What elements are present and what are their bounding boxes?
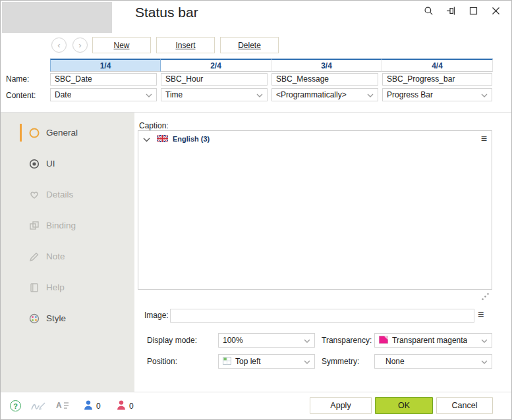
sidebar-item-binding: Binding — [1, 210, 134, 241]
language-row[interactable]: English (3) ≡ — [138, 131, 492, 146]
content-row: Date Time <Programmatically> Progress Ba… — [50, 88, 493, 101]
name-input-1[interactable] — [50, 73, 157, 86]
chevron-left-icon: ‹ — [57, 40, 60, 50]
status-bar-dialog: Status bar ‹ › New Insert Delete 1/4 2/4… — [0, 0, 512, 420]
pin-icon[interactable] — [446, 6, 456, 16]
sidebar-item-help: Help — [1, 272, 134, 303]
name-row — [50, 72, 493, 86]
eye-icon — [28, 158, 40, 170]
sidebar-item-note: Note — [1, 241, 134, 272]
tab-3-of-4[interactable]: 3/4 — [271, 59, 382, 72]
name-input-4[interactable] — [382, 73, 492, 86]
cancel-button[interactable]: Cancel — [436, 397, 493, 414]
user-counter-blue: 0 — [84, 400, 101, 412]
sidebar: General UI Details Binding Note Help — [1, 113, 134, 392]
expander-chevron-icon[interactable] — [143, 133, 150, 145]
image-input[interactable] — [170, 309, 474, 323]
user-count: 0 — [129, 402, 134, 411]
transparency-dropdown[interactable]: Transparent magenta — [374, 333, 492, 348]
close-icon[interactable] — [491, 6, 501, 16]
sidebar-item-details: Details — [1, 179, 134, 210]
chevron-down-icon — [481, 357, 488, 366]
chevron-down-icon — [304, 336, 310, 345]
pencil-icon — [28, 251, 40, 263]
selected-accent-bar — [20, 124, 22, 142]
position-label: Position: — [147, 357, 177, 366]
chevron-down-icon — [481, 90, 488, 99]
user-counter-red: 0 — [117, 400, 134, 412]
magenta-swatch-icon — [379, 336, 388, 346]
user-red-icon — [117, 400, 126, 412]
position-dropdown[interactable]: Top left — [218, 354, 315, 369]
search-icon[interactable] — [424, 6, 434, 16]
image-menu-hamburger-icon[interactable]: ≡ — [478, 309, 484, 320]
column-tabs: 1/4 2/4 3/4 4/4 — [50, 59, 493, 72]
new-button[interactable]: New — [92, 37, 151, 53]
chevron-down-icon — [367, 90, 374, 99]
chevron-down-icon — [146, 90, 152, 99]
hamburger-icon[interactable]: ≡ — [481, 134, 487, 144]
display-mode-label: Display mode: — [147, 336, 197, 345]
user-count: 0 — [96, 402, 101, 411]
sidebar-item-general[interactable]: General — [1, 117, 134, 148]
display-mode-dropdown[interactable]: 100% — [218, 333, 315, 348]
content-dropdown-3[interactable]: <Programmatically> — [271, 88, 378, 101]
symmetry-label: Symmetry: — [322, 357, 359, 366]
book-icon — [28, 282, 40, 294]
chevron-down-icon — [304, 357, 310, 366]
apply-button[interactable]: Apply — [310, 397, 372, 414]
image-label: Image: — [144, 311, 169, 320]
content-dropdown-2[interactable]: Time — [161, 88, 268, 101]
maximize-icon[interactable] — [469, 6, 478, 16]
help-button[interactable]: ? — [10, 400, 21, 411]
chevron-right-icon: › — [78, 40, 81, 50]
caption-list: English (3) ≡ — [138, 130, 492, 290]
signature-icon[interactable] — [31, 401, 47, 415]
back-button[interactable]: ‹ — [51, 38, 67, 53]
chevron-down-icon — [256, 90, 263, 99]
content-dropdown-1[interactable]: Date — [50, 88, 157, 101]
name-input-2[interactable] — [161, 73, 268, 86]
tab-4-of-4[interactable]: 4/4 — [382, 59, 493, 72]
content-label: Content: — [6, 91, 36, 100]
nav-buttons: ‹ › — [51, 38, 88, 53]
window-controls — [424, 6, 501, 16]
symmetry-dropdown[interactable]: None — [374, 354, 492, 369]
header-placeholder — [2, 2, 112, 33]
content-dropdown-4[interactable]: Progress Bar — [382, 88, 492, 101]
insert-button[interactable]: Insert — [156, 37, 215, 53]
caption-label: Caption: — [139, 121, 169, 130]
footer-divider — [1, 392, 512, 392]
forward-button[interactable]: › — [72, 38, 88, 53]
tab-1-of-4[interactable]: 1/4 — [50, 59, 161, 72]
name-input-3[interactable] — [271, 73, 378, 86]
name-label: Name: — [6, 74, 29, 84]
resize-grip[interactable] — [481, 292, 490, 303]
ok-button[interactable]: OK — [375, 397, 433, 414]
chevron-down-icon — [481, 336, 488, 345]
top-left-position-icon — [223, 357, 231, 367]
toolbar: New Insert Delete — [92, 37, 279, 53]
uk-flag-icon — [157, 135, 168, 142]
palette-icon — [28, 313, 40, 325]
translate-icon[interactable]: A — [56, 400, 69, 414]
heart-icon — [28, 189, 40, 201]
sidebar-item-ui[interactable]: UI — [1, 148, 134, 179]
transparency-label: Transparency: — [322, 336, 372, 345]
svg-text:A: A — [56, 401, 62, 410]
delete-button[interactable]: Delete — [220, 37, 279, 53]
circle-icon — [28, 127, 40, 139]
page-title: Status bar — [135, 5, 198, 20]
sidebar-item-style[interactable]: Style — [1, 303, 134, 334]
language-label: English (3) — [173, 135, 210, 143]
tab-2-of-4[interactable]: 2/4 — [161, 59, 271, 72]
squares-icon — [28, 220, 40, 232]
user-blue-icon — [84, 400, 93, 412]
